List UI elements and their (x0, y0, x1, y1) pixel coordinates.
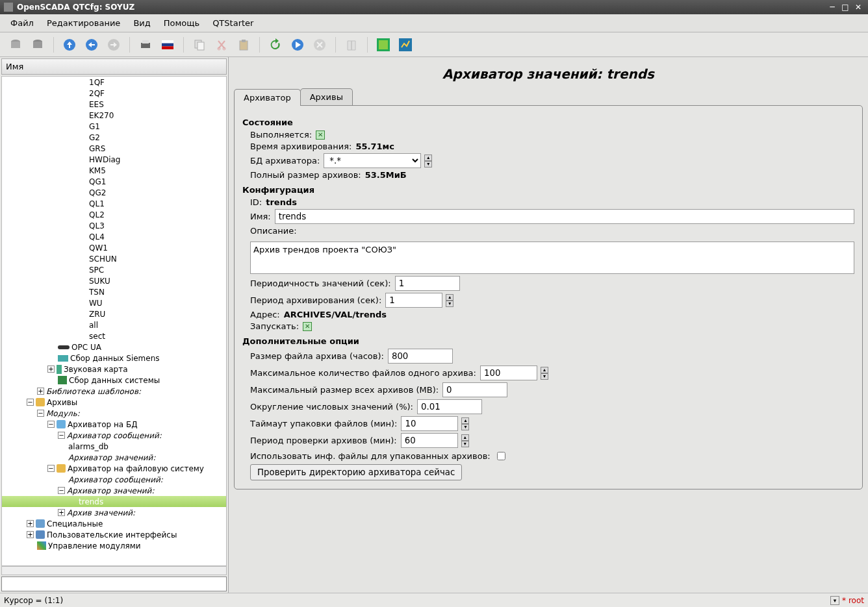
maxmb-label: Максимальный размер всех архивов (MB): (250, 385, 439, 395)
tree-search-input[interactable] (1, 576, 227, 591)
tb-up-icon[interactable] (60, 36, 79, 54)
menu-file[interactable]: Файл (5, 16, 39, 30)
tree-item[interactable]: QL3 (2, 220, 226, 231)
desc-textarea[interactable] (250, 242, 854, 274)
tb-stop-icon[interactable] (311, 36, 329, 54)
tb-flag-icon[interactable] (159, 36, 177, 54)
tree-item[interactable]: −Архиватор на БД (2, 419, 226, 430)
tree-item[interactable]: trends (2, 496, 226, 507)
db-down[interactable]: ▾ (424, 161, 432, 167)
tree-item[interactable]: alarms_db (2, 441, 226, 452)
tb-paste-icon[interactable] (235, 36, 253, 54)
tree-item[interactable]: EES (2, 99, 226, 110)
cp-down[interactable]: ▾ (461, 441, 469, 447)
tree-item[interactable]: G2 (2, 132, 226, 143)
tree-item[interactable]: +Специальные (2, 518, 226, 529)
tree-item[interactable]: 2QF (2, 88, 226, 99)
maxmb-input[interactable] (442, 382, 507, 397)
tree-item[interactable]: Сбор данных Siemens (2, 353, 226, 364)
tree-item[interactable]: 1QF (2, 77, 226, 88)
tb-forward-icon[interactable] (105, 36, 123, 54)
menu-help[interactable]: Помощь (159, 16, 205, 30)
filesize-input[interactable] (388, 349, 453, 364)
tree-item[interactable]: ZRU (2, 308, 226, 319)
tree-item[interactable]: +Пользовательские интерфейсы (2, 529, 226, 540)
tree-item[interactable]: +Архив значений: (2, 507, 226, 518)
tb-copy-icon[interactable] (190, 36, 209, 54)
packtimeout-input[interactable] (401, 416, 458, 431)
tb-print-icon[interactable] (136, 36, 155, 54)
tree-item[interactable]: Сбор данных системы (2, 375, 226, 386)
tb-app1-icon[interactable] (374, 36, 392, 54)
tb-refresh-icon[interactable] (266, 36, 285, 54)
tree-item[interactable]: sect (2, 330, 226, 341)
tree-item[interactable]: Архиватор сообщений: (2, 474, 226, 485)
maximize-button[interactable]: □ (839, 3, 851, 12)
tb-play-icon[interactable] (288, 36, 307, 54)
close-button[interactable]: ✕ (852, 3, 864, 12)
tree-item[interactable]: SCHUN (2, 253, 226, 264)
tree-item[interactable]: −Архиватор на файловую систему (2, 463, 226, 474)
period-arch-input[interactable] (385, 293, 442, 308)
status-dropdown-icon[interactable]: ▾ (830, 596, 839, 605)
tree-item[interactable]: QL2 (2, 209, 226, 220)
tree-item[interactable]: −Модуль: (2, 408, 226, 419)
tree-item[interactable]: TSN (2, 286, 226, 297)
tb-book-icon[interactable] (342, 36, 361, 54)
tree-item[interactable]: QL4 (2, 231, 226, 242)
cp-up[interactable]: ▴ (461, 434, 469, 441)
h-scrollbar[interactable] (1, 566, 227, 575)
tree-item[interactable]: KM5 (2, 165, 226, 176)
tb-db1-icon[interactable] (6, 36, 25, 54)
tab-archives[interactable]: Архивы (300, 88, 353, 105)
tree-item[interactable]: WU (2, 297, 226, 308)
pt-up[interactable]: ▴ (461, 417, 469, 424)
tree-item[interactable]: OPC UA (2, 341, 226, 353)
tree-item[interactable]: QG2 (2, 187, 226, 198)
tree-item[interactable]: QL1 (2, 198, 226, 209)
menu-qtstarter[interactable]: QTStarter (207, 16, 259, 30)
tree-item[interactable]: −Архивы (2, 397, 226, 408)
tree-item[interactable]: GRS (2, 143, 226, 154)
minimize-button[interactable]: ─ (826, 3, 838, 12)
checkperiod-input[interactable] (401, 433, 458, 448)
db-up[interactable]: ▴ (424, 155, 432, 161)
tree-item[interactable]: SPC (2, 264, 226, 275)
maxfiles-input[interactable] (480, 365, 537, 380)
tree-item[interactable]: EK270 (2, 110, 226, 121)
parch-up[interactable]: ▴ (446, 294, 453, 301)
tab-archiver[interactable]: Архиватор (234, 89, 301, 106)
start-checkbox[interactable]: ✕ (303, 322, 312, 331)
tree[interactable]: 1QF2QFEESEK270G1G2GRSHWDiagKM5QG1QG2QL1Q… (1, 76, 227, 566)
menu-view[interactable]: Вид (128, 16, 155, 30)
db-select[interactable]: *.* (324, 153, 421, 168)
round-input[interactable] (417, 399, 482, 414)
tb-app2-icon[interactable] (396, 36, 415, 54)
mf-down[interactable]: ▾ (541, 373, 548, 380)
tree-item[interactable]: Архиватор значений: (2, 452, 226, 463)
menu-edit[interactable]: Редактирование (42, 16, 125, 30)
tree-item[interactable]: QG1 (2, 176, 226, 187)
tb-cut-icon[interactable] (212, 36, 231, 54)
tree-item[interactable]: +Звуковая карта (2, 364, 226, 375)
parch-down[interactable]: ▾ (446, 301, 453, 307)
tree-item[interactable]: Управление модулями (2, 540, 226, 551)
mf-up[interactable]: ▴ (541, 367, 548, 373)
tree-item[interactable]: all (2, 319, 226, 330)
pt-down[interactable]: ▾ (461, 424, 469, 430)
check-dir-button[interactable]: Проверить директорию архиватора сейчас (250, 464, 462, 480)
tree-item[interactable]: QW1 (2, 242, 226, 253)
tb-db2-icon[interactable] (29, 36, 47, 54)
tree-header[interactable]: Имя (1, 58, 227, 75)
tree-item[interactable]: −Архиватор сообщений: (2, 430, 226, 441)
tree-item[interactable]: +Библиотека шаблонов: (2, 386, 226, 397)
tree-item[interactable]: −Архиватор значений: (2, 485, 226, 496)
running-checkbox[interactable]: ✕ (316, 130, 325, 140)
useinfo-checkbox[interactable] (497, 452, 505, 460)
tree-item[interactable]: SUKU (2, 275, 226, 286)
tree-item[interactable]: HWDiag (2, 154, 226, 165)
tb-back-icon[interactable] (83, 36, 101, 54)
name-input[interactable] (275, 209, 854, 224)
tree-item[interactable]: G1 (2, 121, 226, 132)
period-val-input[interactable] (395, 276, 460, 291)
